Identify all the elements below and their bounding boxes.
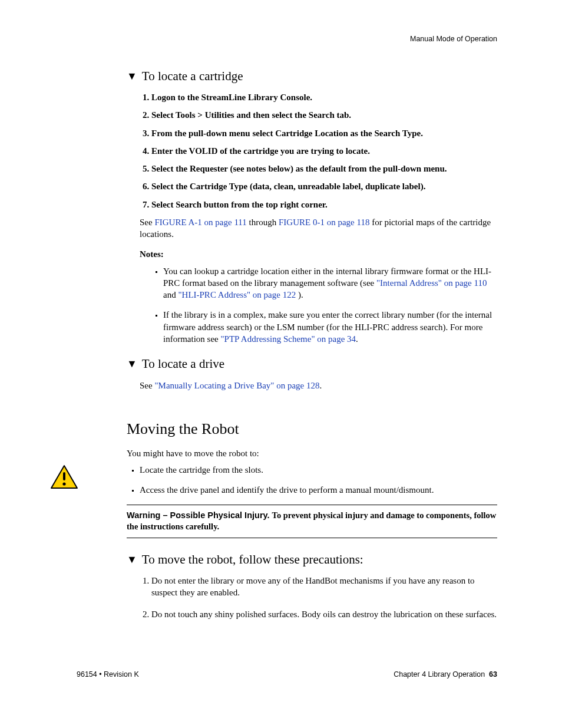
step-item: Select the Cartridge Type (data, clean, … bbox=[151, 180, 497, 192]
procedure-heading-locate-drive: ▼ To locate a drive bbox=[127, 355, 497, 372]
step-item: Logon to the StreamLine Library Console. bbox=[151, 91, 497, 103]
list-item: Locate the cartridge from the slots. bbox=[140, 464, 497, 476]
notes-label: Notes: bbox=[140, 248, 497, 260]
procedure-body: See "Manually Locating a Drive Bay" on p… bbox=[140, 380, 497, 391]
text: See bbox=[140, 218, 154, 227]
text: and bbox=[163, 290, 178, 299]
footer-right: Chapter 4 Library Operation 63 bbox=[394, 670, 497, 680]
warning-triangle-icon bbox=[50, 465, 78, 490]
warning-lead: Warning – Possible Physical Injury. bbox=[127, 510, 272, 520]
step-item: From the pull-down menu select Cartridge… bbox=[151, 127, 497, 139]
page-footer: 96154 • Revision K Chapter 4 Library Ope… bbox=[77, 670, 497, 680]
warning-box: Warning – Possible Physical Injury. To p… bbox=[127, 505, 497, 538]
note-item: If the library is in a complex, make sur… bbox=[163, 309, 497, 345]
step-text: Select Tools > Utilities and then select… bbox=[151, 110, 351, 120]
section-bullets: Locate the cartridge from the slots. Acc… bbox=[127, 464, 497, 496]
step-text: From the pull-down menu select Cartridge… bbox=[151, 129, 423, 138]
procedure-heading-locate-cartridge: ▼ To locate a cartridge bbox=[127, 68, 497, 84]
step-item: Select the Requester (see notes below) a… bbox=[151, 163, 497, 174]
down-triangle-icon: ▼ bbox=[127, 357, 137, 371]
procedure-title: To move the robot, follow these precauti… bbox=[142, 551, 363, 568]
text: through bbox=[247, 218, 279, 227]
step-item: Enter the VOLID of the cartridge you are… bbox=[151, 145, 497, 157]
xref-hli-prc-address[interactable]: "HLI-PRC Address" on page 122 bbox=[178, 290, 296, 299]
list-item: Access the drive panel and identify the … bbox=[140, 484, 497, 496]
note-item: You can lookup a cartridge location eith… bbox=[163, 265, 497, 301]
footer-chapter: Chapter 4 Library Operation bbox=[394, 670, 485, 678]
precaution-item: Do not enter the library or move any of … bbox=[151, 575, 497, 599]
step-text: Select the Cartridge Type (data, clean, … bbox=[151, 182, 425, 191]
step-text: Enter the VOLID of the cartridge you are… bbox=[151, 146, 370, 156]
xref-figure-01[interactable]: FIGURE 0-1 on page 118 bbox=[279, 218, 369, 227]
text: . bbox=[320, 381, 322, 390]
precaution-item: Do not touch any shiny polished surfaces… bbox=[151, 608, 497, 620]
svg-point-2 bbox=[62, 482, 65, 485]
text: ). bbox=[296, 290, 303, 299]
section-heading-moving-robot: Moving the Robot bbox=[127, 419, 497, 439]
footer-page-number: 63 bbox=[489, 670, 497, 678]
procedure-title: To locate a cartridge bbox=[142, 68, 243, 84]
step-text: Select Search button from the top right … bbox=[151, 200, 328, 209]
step-text: Logon to the StreamLine Library Console. bbox=[151, 93, 312, 102]
xref-manually-locating-drive-bay[interactable]: "Manually Locating a Drive Bay" on page … bbox=[154, 381, 319, 390]
xref-figure-a1[interactable]: FIGURE A-1 on page 111 bbox=[154, 218, 246, 227]
svg-rect-1 bbox=[63, 472, 65, 480]
text: . bbox=[356, 334, 358, 344]
step-item: Select Search button from the top right … bbox=[151, 199, 497, 210]
xref-ptp-addressing[interactable]: "PTP Addressing Scheme" on page 34 bbox=[220, 334, 356, 344]
notes-list: You can lookup a cartridge location eith… bbox=[127, 265, 497, 345]
xref-internal-address[interactable]: "Internal Address" on page 110 bbox=[376, 278, 487, 288]
steps-list: Logon to the StreamLine Library Console.… bbox=[127, 91, 497, 210]
footer-left: 96154 • Revision K bbox=[77, 670, 139, 680]
down-triangle-icon: ▼ bbox=[127, 69, 137, 83]
down-triangle-icon: ▼ bbox=[127, 552, 137, 566]
running-header: Manual Mode of Operation bbox=[50, 34, 497, 44]
procedure-heading-move-robot: ▼ To move the robot, follow these precau… bbox=[127, 551, 497, 568]
text: See bbox=[140, 381, 154, 390]
procedure-title: To locate a drive bbox=[142, 355, 224, 372]
section-intro: You might have to move the robot to: bbox=[127, 447, 497, 459]
precautions-list: Do not enter the library or move any of … bbox=[127, 575, 497, 620]
step-followup-text: See FIGURE A-1 on page 111 through FIGUR… bbox=[140, 216, 497, 241]
step-item: Select Tools > Utilities and then select… bbox=[151, 109, 497, 121]
step-text: Select the Requester (see notes below) a… bbox=[151, 164, 447, 173]
